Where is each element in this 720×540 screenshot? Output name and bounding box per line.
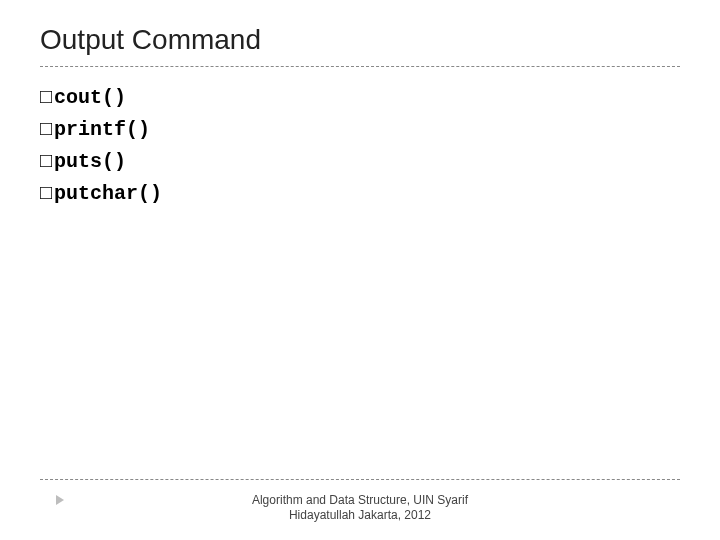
footer-text-line1: Algorithm and Data Structure, UIN Syarif: [0, 493, 720, 509]
slide-title: Output Command: [40, 24, 680, 67]
slide: Output Command cout() printf() puts() pu…: [0, 0, 720, 540]
list-item: putchar(): [40, 177, 680, 209]
footer: Algorithm and Data Structure, UIN Syarif…: [0, 493, 720, 524]
list-item: printf(): [40, 113, 680, 145]
arrow-icon: [56, 495, 64, 505]
footer-divider: [40, 479, 680, 480]
list-item: cout(): [40, 81, 680, 113]
list-item: puts(): [40, 145, 680, 177]
footer-text-line2: Hidayatullah Jakarta, 2012: [0, 508, 720, 524]
bullet-list: cout() printf() puts() putchar(): [40, 81, 680, 209]
